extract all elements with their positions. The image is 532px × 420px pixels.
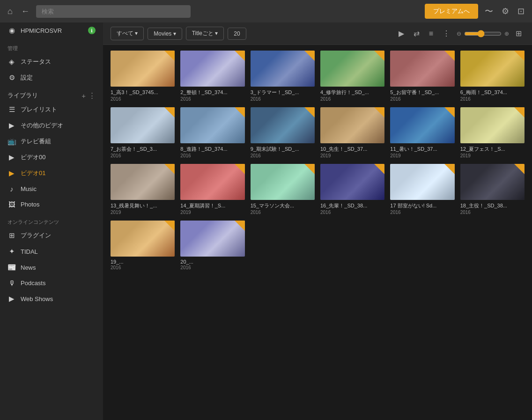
zoom-max-icon: ⊕ <box>504 30 509 37</box>
sidebar-podcasts[interactable]: 🎙 Podcasts <box>0 275 103 291</box>
premium-button[interactable]: プレミアムへ <box>425 4 478 19</box>
item-title: 14_夏期講習！_S... <box>180 202 244 209</box>
sidebar-web-shows[interactable]: ▶ Web Shows <box>0 291 103 307</box>
library-more-button[interactable]: ⋮ <box>89 91 96 100</box>
grid-item-3[interactable]: 3_ドラマー！_SD_... 2016 <box>251 51 315 102</box>
shuffle-button[interactable]: ⇄ <box>411 27 422 40</box>
cast-button[interactable]: ⊡ <box>516 4 526 18</box>
sidebar-account[interactable]: ◉ HPMICROSVR ℹ <box>0 22 103 38</box>
thumbnail-wrap <box>251 107 315 143</box>
thumbnail-wrap <box>180 107 244 143</box>
library-add-button[interactable]: + <box>81 91 86 100</box>
photos-icon: 🖼 <box>7 200 16 208</box>
item-title: 18_主役！_SD_38... <box>460 202 525 209</box>
play-all-button[interactable]: ▶ <box>396 27 407 40</box>
item-title: 17 部室がない! Sd... <box>390 202 454 209</box>
item-title: 7_お茶会！_SD_3... <box>111 146 175 153</box>
count-button[interactable]: 20 <box>228 28 246 40</box>
item-year: 2016 <box>251 210 315 215</box>
item-year: 2016 <box>251 96 315 102</box>
item-title: 11_暑い！_SD_37... <box>390 146 454 153</box>
grid-item-5[interactable]: 5_お留守番！_SD_... 2016 <box>390 51 454 102</box>
sidebar-video00[interactable]: ▶ ビデオ00 <box>0 149 103 165</box>
account-badge: ℹ <box>88 27 96 34</box>
thumbnail-wrap <box>390 51 454 87</box>
grid-item-7[interactable]: 7_お茶会！_SD_3... 2016 <box>111 107 175 158</box>
item-year: 2019 <box>180 210 244 215</box>
thumbnail-wrap <box>111 221 175 257</box>
sidebar-plugins[interactable]: ⊞ プラグイン <box>0 228 103 243</box>
corner-badge <box>444 107 455 118</box>
sidebar-status[interactable]: ◈ ステータス <box>0 54 103 70</box>
sidebar-other-videos[interactable]: ▶ その他のビデオ <box>0 118 103 133</box>
item-title: 6_梅雨！_SD_374... <box>460 89 525 96</box>
sidebar-playlists[interactable]: ☰ プレイリスト <box>0 102 103 118</box>
grid-item-12[interactable]: 12_夏フェス！_S... 2019 <box>460 107 525 158</box>
item-year: 2016 <box>390 210 454 215</box>
sidebar-settings[interactable]: ⚙ 設定 <box>0 70 103 86</box>
thumbnail-wrap <box>390 107 454 143</box>
thumbnail-wrap <box>460 51 525 87</box>
item-title: 10_先生！_SD_37... <box>320 146 384 153</box>
sidebar-tv-shows[interactable]: 📺 テレビ番組 <box>0 133 103 149</box>
item-year: 2016 <box>111 96 175 102</box>
stats-button[interactable]: 〜 <box>483 4 495 19</box>
grid-item-14[interactable]: 14_夏期講習！_S... 2019 <box>180 164 244 215</box>
grid-item-20[interactable]: 20_... 2016 <box>180 221 244 270</box>
item-year: 2019 <box>390 153 454 158</box>
corner-badge <box>164 51 175 61</box>
video01-icon: ▶ <box>7 169 16 177</box>
grid-item-15[interactable]: 15_マラソン大会... 2016 <box>251 164 315 215</box>
zoom-slider[interactable]: ⊖ ⊕ <box>457 30 509 37</box>
grid-item-19[interactable]: 19_... 2016 <box>111 221 175 270</box>
plugins-icon: ⊞ <box>7 231 16 240</box>
thumbnail-wrap <box>320 51 384 87</box>
grid-item-18[interactable]: 18_主役！_SD_38... 2016 <box>460 164 525 215</box>
item-year: 2019 <box>111 210 175 215</box>
grid-item-1[interactable]: 1_高3！_SD_3745... 2016 <box>111 51 175 102</box>
corner-badge <box>164 107 175 118</box>
grid-item-16[interactable]: 16_先輩！_SD_38... 2016 <box>320 164 384 215</box>
management-section-label: 管理 <box>0 38 103 54</box>
filter-all-button[interactable]: すべて ▾ <box>111 27 144 40</box>
sidebar-photos[interactable]: 🖼 Photos <box>0 197 103 212</box>
sidebar-tidal[interactable]: ✦ TIDAL <box>0 243 103 259</box>
filter-movies-button[interactable]: Movies ▾ <box>148 28 182 40</box>
home-button[interactable]: ⌂ <box>6 5 15 18</box>
corner-badge <box>235 107 245 118</box>
toolbar-right: ▶ ⇄ ≡ ⋮ ⊖ ⊕ ⊞ <box>396 27 525 40</box>
corner-badge <box>164 164 175 174</box>
more-options-button[interactable]: ⋮ <box>440 27 453 40</box>
item-title: 8_進路！_SD_374... <box>180 146 244 153</box>
zoom-icon: ⊖ <box>457 30 461 37</box>
thumbnail-wrap <box>251 164 315 200</box>
grid-item-8[interactable]: 8_進路！_SD_374... 2016 <box>180 107 244 158</box>
grid-item-10[interactable]: 10_先生！_SD_37... 2019 <box>320 107 384 158</box>
settings-button[interactable]: ⚙ <box>500 4 511 18</box>
corner-badge <box>514 107 525 118</box>
grid-item-13[interactable]: 13_残暑見舞い！_... 2019 <box>111 164 175 215</box>
sort-title-button[interactable]: Titleごと ▾ <box>186 27 224 40</box>
item-year: 2016 <box>111 265 175 270</box>
item-title: 12_夏フェス！_S... <box>460 146 525 153</box>
grid-item-4[interactable]: 4_修学旅行！_SD_... 2016 <box>320 51 384 102</box>
sort-button[interactable]: ≡ <box>426 28 436 40</box>
grid-item-6[interactable]: 6_梅雨！_SD_374... 2016 <box>460 51 525 102</box>
grid-toggle-button[interactable]: ⊞ <box>513 27 525 40</box>
status-icon: ◈ <box>7 58 16 66</box>
grid-item-2[interactable]: 2_整頓！_SD_374... 2016 <box>180 51 244 102</box>
sidebar-video01[interactable]: ▶ ビデオ01 <box>0 165 103 181</box>
sidebar-music[interactable]: ♪ Music <box>0 181 103 197</box>
grid-item-9[interactable]: 9_期末試験！_SD_... 2016 <box>251 107 315 158</box>
grid-item-11[interactable]: 11_暑い！_SD_37... 2019 <box>390 107 454 158</box>
thumbnail-wrap <box>111 107 175 143</box>
corner-badge <box>514 164 525 174</box>
zoom-range[interactable] <box>464 30 502 37</box>
search-input[interactable] <box>36 5 191 18</box>
sidebar-news[interactable]: 📰 News <box>0 259 103 275</box>
grid-item-17[interactable]: 17 部室がない! Sd... 2016 <box>390 164 454 215</box>
video-icon: ▶ <box>7 121 16 130</box>
web-shows-icon: ▶ <box>7 295 16 303</box>
news-icon: 📰 <box>7 263 16 272</box>
back-button[interactable]: ← <box>19 5 31 18</box>
